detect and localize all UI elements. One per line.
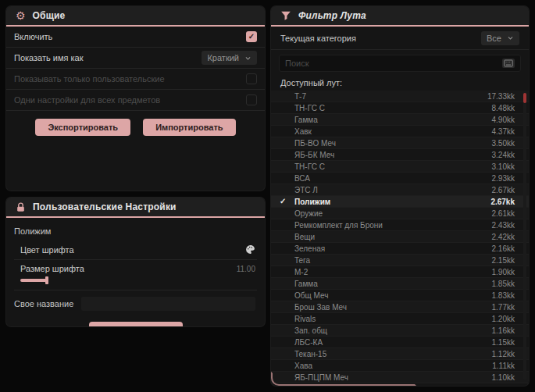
loot-item-value: 3.50kk bbox=[492, 139, 515, 148]
loot-item[interactable]: ✓ Гамма 4.90kk bbox=[271, 114, 529, 126]
loot-item[interactable]: ✓ Зеленая 2.16kk bbox=[271, 243, 529, 255]
panel-filter-header: Фильтр Лута bbox=[271, 6, 529, 27]
loot-item[interactable]: ✓ Т-7 17.33kk bbox=[271, 91, 529, 102]
loot-item-value: 1.85kk bbox=[492, 280, 515, 288]
same-for-all-label: Одни настройки для всех предметов bbox=[14, 95, 160, 105]
loot-item[interactable]: ✓ Текан-15 1.12kk bbox=[271, 348, 529, 360]
loot-item[interactable]: ✓ ПБ-ВО Меч 3.50kk bbox=[271, 137, 529, 149]
loot-item[interactable]: ✓ Зап. общ 1.16kk bbox=[271, 325, 529, 337]
export-import-row: Экспортировать Импортировать bbox=[6, 111, 265, 144]
loot-item-name: ЯБ-БК Меч bbox=[294, 151, 492, 159]
loot-item-name: ТН-ГС С bbox=[294, 162, 492, 171]
loot-item-name: Т-7 bbox=[294, 92, 487, 101]
loot-item[interactable]: ✓ ТН-ГС С 8.48kk bbox=[271, 102, 529, 114]
panel-custom-title: Пользовательские Настройки bbox=[33, 201, 177, 212]
keyboard-icon[interactable] bbox=[502, 59, 515, 68]
loot-item-value: 3.24kk bbox=[492, 151, 515, 159]
layout: ⚙ Общие Включить ✓ Показать имя как Крат… bbox=[0, 0, 535, 392]
loot-item-value: 2.67kk bbox=[490, 198, 515, 206]
loot-item-value: 1.16kk bbox=[492, 326, 515, 335]
loot-item-name: Зап. общ bbox=[294, 326, 492, 335]
custom-name-input[interactable] bbox=[81, 297, 255, 311]
loot-item[interactable]: ✓ ЛБС-КА 1.15kk bbox=[271, 337, 529, 348]
enable-checkbox[interactable]: ✓ bbox=[246, 31, 257, 42]
loot-item[interactable]: ✓ Брош Зав Меч 1.77kk bbox=[271, 301, 529, 313]
panel-loot-filter: Фильтр Лута Текущая категория Все bbox=[271, 6, 529, 386]
loot-item-name: Rivals bbox=[294, 315, 492, 323]
category-select[interactable]: Все bbox=[481, 31, 519, 45]
slider-handle[interactable] bbox=[45, 276, 48, 284]
chevron-down-icon bbox=[244, 55, 251, 62]
checkmark-icon: ✓ bbox=[280, 198, 286, 205]
delete-row: Удалить bbox=[14, 317, 257, 326]
loot-item[interactable]: ✓ М-2 1.90kk bbox=[271, 266, 529, 278]
enable-label: Включить bbox=[14, 32, 52, 41]
selected-item-name: Полижим bbox=[14, 221, 257, 240]
loot-item[interactable]: ✓ ЯБ-БК Меч 3.24kk bbox=[271, 149, 529, 161]
loot-item-value: 2.43kk bbox=[492, 221, 515, 230]
only-custom-checkbox[interactable] bbox=[246, 73, 257, 84]
category-label: Текущая категория bbox=[280, 34, 356, 43]
only-custom-row: Показывать только пользовательские bbox=[6, 69, 265, 90]
loot-item-name: ЭТС Л bbox=[294, 186, 492, 194]
check-icon: ✓ bbox=[248, 33, 255, 41]
show-name-label: Показать имя как bbox=[14, 53, 84, 62]
export-button[interactable]: Экспортировать bbox=[35, 119, 130, 136]
loot-item-name: Вещи bbox=[294, 233, 492, 241]
loot-item-name: ТН-ГС С bbox=[294, 104, 492, 112]
loot-item-value: 2.42kk bbox=[492, 233, 515, 241]
panel-custom-body: Полижим Цвет шрифта Размер шрифт bbox=[6, 218, 265, 326]
loot-item-value: 2.15kk bbox=[492, 256, 515, 265]
loot-item[interactable]: ✓ Ремкомплект для Брони 2.43kk bbox=[271, 219, 529, 231]
custom-name-label: Свое название bbox=[14, 299, 73, 308]
show-name-value: Краткий bbox=[207, 53, 239, 62]
right-column: Фильтр Лута Текущая категория Все bbox=[271, 6, 529, 386]
scrollbar-thumb[interactable] bbox=[523, 93, 526, 103]
loot-item[interactable]: ✓ ТН-ГС С 3.10kk bbox=[271, 161, 529, 173]
loot-item-name: Тега bbox=[294, 256, 492, 265]
panel-general-body: Включить ✓ Показать имя как Краткий bbox=[6, 27, 265, 144]
search-input[interactable] bbox=[285, 59, 498, 68]
palette-icon[interactable] bbox=[245, 244, 255, 255]
loot-item[interactable]: ✓ Вещи 2.42kk bbox=[271, 231, 529, 243]
loot-item[interactable]: ✓ ЯБ-ПЦПМ Меч 1.10kk bbox=[271, 372, 529, 383]
scrollbar[interactable] bbox=[523, 91, 526, 380]
enable-row: Включить ✓ bbox=[6, 27, 265, 48]
loot-item-value: 2.61kk bbox=[492, 209, 515, 218]
loot-item[interactable]: ✓ Хава 1.11kk bbox=[271, 360, 529, 372]
loot-item[interactable]: ✓ Rivals 1.20kk bbox=[271, 313, 529, 325]
loot-item-name: Общ Меч bbox=[294, 291, 492, 300]
lock-icon bbox=[16, 202, 26, 212]
loot-item-value: 1.15kk bbox=[492, 338, 515, 347]
loot-item[interactable]: ✓ Оружие 2.61kk bbox=[271, 208, 529, 219]
panel-general-title: Общие bbox=[33, 10, 66, 21]
loot-item-name: Брош Зав Меч bbox=[294, 303, 492, 312]
loot-item-value: 8.48kk bbox=[492, 104, 515, 112]
loot-item-name: ПБ-ВО Меч bbox=[294, 139, 492, 148]
loot-item[interactable]: ✓ Тега 2.15kk bbox=[271, 255, 529, 266]
loot-item[interactable]: ✓ ЭТС Л 2.67kk bbox=[271, 184, 529, 196]
delete-button[interactable]: Удалить bbox=[89, 322, 183, 326]
loot-item-value: 1.11kk bbox=[492, 362, 515, 370]
loot-item-name: М-2 bbox=[294, 268, 492, 276]
category-value: Все bbox=[487, 34, 501, 43]
loot-item[interactable]: ✓ Общ Меч 1.83kk bbox=[271, 290, 529, 301]
loot-item-name: Гамма bbox=[294, 116, 492, 124]
loot-item[interactable]: ✓ Хавк 4.37kk bbox=[271, 126, 529, 137]
loot-item-value: 4.37kk bbox=[492, 127, 515, 136]
same-for-all-checkbox[interactable] bbox=[246, 94, 257, 105]
loot-item-value: 17.33kk bbox=[487, 92, 515, 101]
show-name-select[interactable]: Краткий bbox=[202, 51, 257, 65]
loot-item-name: Гамма bbox=[294, 280, 492, 288]
loot-item-value: 1.20kk bbox=[492, 315, 515, 323]
loot-item[interactable]: ✓ Гамма 1.85kk bbox=[271, 278, 529, 290]
loot-item[interactable]: ✓ Полижим 2.67kk bbox=[271, 196, 529, 208]
font-size-slider[interactable] bbox=[20, 276, 83, 284]
loot-item-value: 1.10kk bbox=[492, 373, 515, 382]
loot-item[interactable]: ✓ ВСА 2.93kk bbox=[271, 173, 529, 184]
funnel-icon bbox=[280, 10, 291, 21]
loot-item-value: 2.67kk bbox=[492, 186, 515, 194]
import-button[interactable]: Импортировать bbox=[143, 119, 235, 136]
loot-list-label: Доступный лут: bbox=[271, 77, 529, 91]
loot-item-value: 1.83kk bbox=[492, 291, 515, 300]
